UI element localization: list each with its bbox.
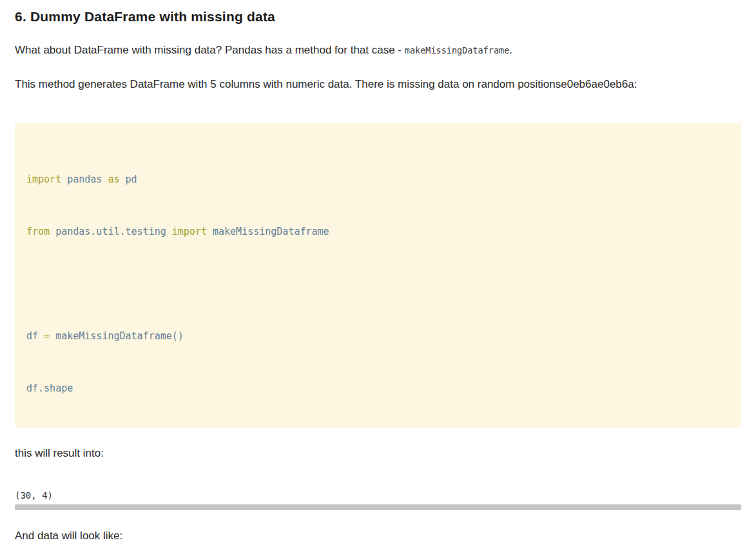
paragraph-intro-period: . [509, 44, 512, 56]
table-intro-text: And data will look like: [15, 528, 741, 544]
code-line-1: import pandas as pd [26, 171, 730, 188]
code-keyword: from [26, 226, 50, 237]
section-heading: 6. Dummy DataFrame with missing data [15, 9, 741, 25]
result-intro-text: this will result into: [15, 446, 741, 462]
code-text: pandas [61, 174, 108, 185]
code-keyword: import [26, 174, 61, 185]
inline-code-makemissingdataframe: makeMissingDataframe [405, 45, 510, 55]
code-keyword: as [108, 174, 119, 185]
code-text: makeMissingDataframe() [50, 330, 184, 342]
paragraph-description: This method generates DataFrame with 5 c… [15, 77, 741, 93]
code-line-3 [26, 275, 730, 293]
code-block: import pandas as pd from pandas.util.tes… [15, 123, 741, 428]
paragraph-intro: What about DataFrame with missing data? … [15, 43, 741, 59]
paragraph-intro-text: What about DataFrame with missing data? … [15, 44, 405, 56]
code-text: makeMissingDataframe [207, 226, 329, 237]
code-keyword: import [172, 226, 207, 237]
code-line-2: from pandas.util.testing import makeMiss… [26, 223, 730, 241]
shape-output: (30, 4) [15, 490, 741, 501]
code-line-4: df = makeMissingDataframe() [26, 328, 730, 345]
horizontal-scrollbar[interactable] [15, 504, 741, 510]
code-line-5: df.shape [26, 380, 730, 397]
code-text: pd [120, 174, 137, 185]
code-text: df [26, 330, 44, 342]
code-text: pandas.util.testing [50, 226, 172, 237]
code-operator: = [44, 330, 50, 342]
